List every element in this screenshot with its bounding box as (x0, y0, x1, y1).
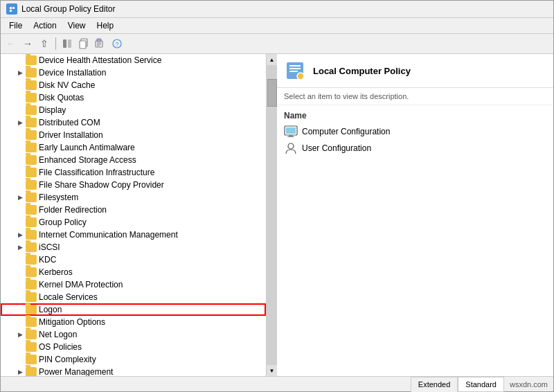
menu-file[interactable]: File (3, 19, 28, 32)
left-pane-wrapper: ▶ Device Health Attestation Service ▶ De… (1, 54, 277, 376)
svg-rect-5 (68, 39, 71, 48)
tree-item-kernel-dma[interactable]: ▶ Kernel DMA Protection (1, 278, 266, 291)
status-bar: Extended Standard wsxdn.com (1, 376, 553, 391)
svg-point-19 (297, 73, 304, 80)
policy-icon (284, 60, 306, 82)
window-title: Local Group Policy Editor (21, 4, 115, 14)
tree-item-device-installation[interactable]: ▶ Device Installation (1, 66, 266, 79)
toolbar-separator-1 (55, 37, 56, 50)
item-label: File Classification Infrastructure (39, 168, 154, 177)
tree-item-os-policies[interactable]: ▶ OS Policies (1, 341, 266, 353)
tree-item-locale-services[interactable]: ▶ Locale Services (1, 291, 266, 303)
folder-icon (26, 267, 37, 277)
tree-item-kdc[interactable]: ▶ KDC (1, 253, 266, 266)
tree-item-iscsi[interactable]: ▶ iSCSI (1, 241, 266, 253)
help-button[interactable]: ? (109, 36, 125, 51)
item-label: Disk NV Cache (39, 80, 95, 90)
menu-action[interactable]: Action (28, 19, 62, 32)
item-label: Power Management (39, 367, 113, 376)
item-label: File Share Shadow Copy Provider (39, 180, 164, 190)
item-label: Enhanced Storage Access (39, 155, 136, 165)
expander[interactable]: ▶ (15, 192, 26, 203)
right-pane-description: Select an item to view its description. (277, 88, 553, 105)
menu-help[interactable]: Help (91, 19, 120, 32)
tree-item-mitigation-options[interactable]: ▶ Mitigation Options (1, 316, 266, 328)
copy-button[interactable] (76, 36, 91, 51)
svg-rect-16 (289, 65, 301, 66)
tree-item-file-classification[interactable]: ▶ File Classification Infrastructure (1, 166, 266, 179)
item-label: Net Logon (39, 330, 77, 339)
item-label: Filesystem (39, 193, 78, 202)
tree-item-folder-redirection[interactable]: ▶ Folder Redirection (1, 204, 266, 216)
scroll-up-button[interactable]: ▲ (267, 54, 278, 65)
tree-item-disk-quotas[interactable]: ▶ Disk Quotas (1, 91, 266, 104)
left-pane[interactable]: ▶ Device Health Attestation Service ▶ De… (1, 54, 266, 376)
window-icon (6, 3, 17, 15)
scroll-track[interactable] (267, 65, 278, 365)
folder-icon (26, 255, 37, 265)
folder-icon (26, 217, 37, 227)
expander[interactable]: ▶ (15, 329, 26, 340)
toolbar: ← → ⇧ ? (1, 34, 553, 54)
svg-rect-22 (289, 135, 293, 136)
right-pane: Local Computer Policy Select an item to … (277, 54, 553, 376)
tab-standard[interactable]: Standard (458, 377, 504, 392)
tree-item-disk-nv-cache[interactable]: ▶ Disk NV Cache (1, 79, 266, 91)
status-website: wsxdn.com (504, 380, 553, 389)
computer-config-icon (284, 125, 298, 139)
folder-icon (26, 205, 37, 215)
expander[interactable]: ▶ (15, 366, 26, 376)
tree-item-power-management[interactable]: ▶ Power Management (1, 366, 266, 376)
tree-item-group-policy[interactable]: ▶ Group Policy (1, 216, 266, 229)
folder-icon (26, 242, 37, 252)
properties-button[interactable] (93, 36, 108, 51)
scroll-down-button[interactable]: ▼ (267, 365, 278, 376)
folder-icon (26, 155, 37, 165)
back-button[interactable]: ← (3, 36, 19, 51)
tree-item-logon[interactable]: ▶ Logon (1, 303, 266, 316)
tab-extended[interactable]: Extended (411, 377, 458, 392)
tree-item-filesystem[interactable]: ▶ Filesystem (1, 191, 266, 204)
left-scrollbar[interactable]: ▲ ▼ (266, 54, 277, 376)
expander[interactable]: ▶ (15, 67, 26, 78)
item-label: Locale Services (39, 292, 98, 302)
tree-item-display[interactable]: ▶ Display (1, 104, 266, 116)
right-item-user-config[interactable]: User Configuration (284, 140, 546, 157)
item-label: Early Launch Antimalware (39, 143, 135, 152)
item-label: KDC (39, 255, 56, 265)
tree-item-net-logon[interactable]: ▶ Net Logon (1, 328, 266, 341)
tree-item-file-share-shadow[interactable]: ▶ File Share Shadow Copy Provider (1, 179, 266, 191)
expander[interactable]: ▶ (15, 242, 26, 253)
item-label: Disk Quotas (39, 93, 84, 103)
item-label: PIN Complexity (39, 355, 96, 364)
menu-view[interactable]: View (62, 19, 91, 32)
user-config-icon (284, 141, 298, 155)
svg-rect-23 (287, 136, 294, 137)
tree-item-kerberos[interactable]: ▶ Kerberos (1, 266, 266, 278)
tree-item-early-launch[interactable]: ▶ Early Launch Antimalware (1, 141, 266, 154)
scroll-thumb[interactable] (267, 79, 277, 107)
title-bar: Local Group Policy Editor (1, 1, 553, 18)
tree-item-pin-complexity[interactable]: ▶ PIN Complexity (1, 353, 266, 366)
tree-item-distributed-com[interactable]: ▶ Distributed COM (1, 116, 266, 129)
expander[interactable]: ▶ (15, 229, 26, 240)
item-label: Internet Communication Management (39, 230, 178, 240)
tree-item-driver-installation[interactable]: ▶ Driver Installation (1, 129, 266, 141)
tree-item-internet-comm[interactable]: ▶ Internet Communication Management (1, 229, 266, 241)
tree-item-enhanced-storage[interactable]: ▶ Enhanced Storage Access (1, 154, 266, 166)
right-pane-name-header: Name (284, 111, 546, 121)
item-label: Device Health Attestation Service (39, 55, 161, 65)
item-label: Kernel DMA Protection (39, 280, 123, 289)
main-window: Local Group Policy Editor File Action Vi… (0, 0, 554, 392)
show-hide-button[interactable] (60, 36, 75, 51)
item-label: Display (39, 105, 66, 115)
svg-text:?: ? (116, 41, 119, 48)
folder-icon (26, 230, 37, 240)
up-button[interactable]: ⇧ (37, 36, 52, 51)
right-item-computer-config[interactable]: Computer Configuration (284, 123, 546, 140)
folder-icon (26, 68, 37, 78)
expander[interactable]: ▶ (15, 117, 26, 128)
forward-button[interactable]: → (20, 36, 35, 51)
menu-bar: File Action View Help (1, 18, 553, 34)
tree-item-device-health[interactable]: ▶ Device Health Attestation Service (1, 54, 266, 66)
